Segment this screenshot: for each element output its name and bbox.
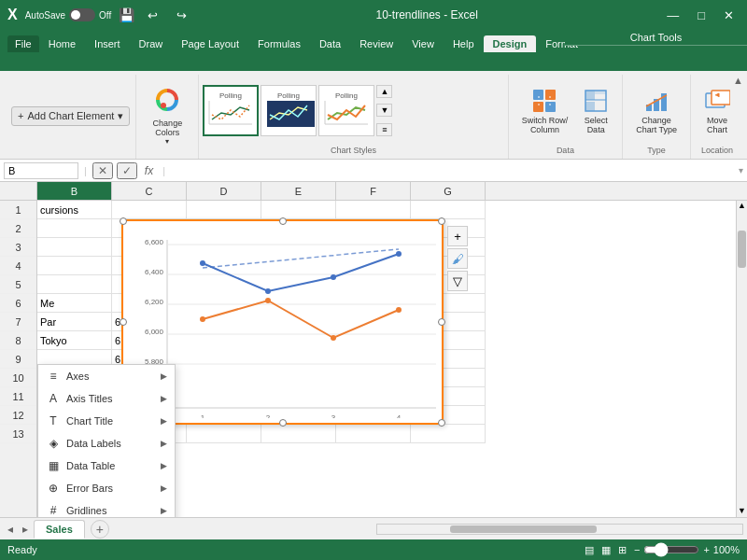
- undo-btn[interactable]: ↩: [142, 7, 163, 24]
- cell-f1[interactable]: [336, 201, 411, 219]
- change-colors-button[interactable]: Change Colors ▾: [144, 84, 190, 148]
- cell-e1[interactable]: [261, 201, 336, 219]
- menu-item-chart-title[interactable]: T Chart Title ▶: [38, 410, 175, 432]
- col-header-b[interactable]: B: [37, 182, 112, 200]
- row-header-11[interactable]: 11: [0, 387, 36, 406]
- redo-btn[interactable]: ↪: [171, 7, 192, 24]
- tab-draw[interactable]: Draw: [130, 35, 173, 52]
- row-header-3[interactable]: 3: [0, 238, 36, 257]
- tab-file[interactable]: File: [7, 35, 39, 52]
- cell-b2[interactable]: [37, 219, 112, 238]
- row-header-4[interactable]: 4: [0, 257, 36, 275]
- scroll-tabs-left-btn[interactable]: ◂: [4, 523, 17, 536]
- chart-handle-tm[interactable]: [279, 217, 287, 225]
- chart-elements-btn[interactable]: +: [447, 226, 468, 246]
- col-header-g[interactable]: G: [411, 182, 486, 200]
- row-header-5[interactable]: 5: [0, 275, 36, 294]
- col-header-c[interactable]: C: [112, 182, 187, 200]
- tab-insert[interactable]: Insert: [85, 35, 130, 52]
- styles-scroll-down[interactable]: ▼: [376, 104, 392, 117]
- row-header-8[interactable]: 8: [0, 331, 36, 350]
- tab-help[interactable]: Help: [444, 35, 484, 52]
- chart-style-2[interactable]: Polling: [261, 85, 317, 136]
- confirm-formula-btn[interactable]: ✓: [117, 162, 137, 179]
- horizontal-scrollbar[interactable]: [376, 524, 743, 535]
- tab-page-layout[interactable]: Page Layout: [172, 35, 248, 52]
- col-header-d[interactable]: D: [187, 182, 261, 200]
- row-header-13[interactable]: 13: [0, 425, 36, 443]
- cell-d13[interactable]: [187, 425, 261, 443]
- tab-formulas[interactable]: Formulas: [248, 35, 310, 52]
- row-header-7[interactable]: 7: [0, 313, 36, 331]
- tab-home[interactable]: Home: [39, 35, 85, 52]
- scroll-down-btn[interactable]: ▼: [737, 506, 747, 517]
- tab-review[interactable]: Review: [350, 35, 402, 52]
- row-header-9[interactable]: 9: [0, 350, 36, 369]
- chart-style-3[interactable]: Polling: [318, 85, 374, 136]
- minimize-btn[interactable]: —: [661, 7, 684, 24]
- cell-f13[interactable]: [336, 425, 411, 443]
- autosave-switch[interactable]: [69, 8, 95, 21]
- page-layout-btn[interactable]: ▦: [601, 544, 611, 556]
- styles-scroll-up[interactable]: ▲: [376, 85, 392, 98]
- formula-expand-btn[interactable]: ▾: [739, 165, 743, 175]
- row-header-12[interactable]: 12: [0, 406, 36, 425]
- save-icon[interactable]: 💾: [119, 7, 134, 22]
- col-header-e[interactable]: E: [261, 182, 336, 200]
- chart-handle-ml[interactable]: [120, 318, 127, 326]
- formula-input[interactable]: [171, 162, 735, 179]
- move-chart-button[interactable]: Move Chart: [698, 85, 736, 137]
- switch-row-col-button[interactable]: Switch Row/ Column: [516, 85, 574, 137]
- chart-handle-tl[interactable]: [120, 217, 127, 225]
- maximize-btn[interactable]: □: [692, 7, 711, 24]
- zoom-in-btn[interactable]: +: [703, 544, 709, 555]
- scroll-up-btn[interactable]: ▲: [737, 201, 747, 212]
- select-data-button[interactable]: Select Data: [577, 85, 614, 137]
- chart-styles-btn[interactable]: 🖌: [447, 248, 468, 269]
- close-btn[interactable]: ✕: [718, 7, 740, 24]
- cell-b4[interactable]: [37, 257, 112, 275]
- cell-g13[interactable]: [411, 425, 486, 443]
- cell-e13[interactable]: [261, 425, 336, 443]
- cell-b8[interactable]: Tokyo: [37, 331, 112, 350]
- sheet-tab-sales[interactable]: Sales: [34, 520, 85, 539]
- zoom-slider[interactable]: [643, 542, 699, 557]
- chart-style-1[interactable]: Polling: [203, 85, 259, 136]
- page-break-btn[interactable]: ⊞: [618, 544, 627, 556]
- formula-icon[interactable]: fx: [141, 164, 157, 177]
- chart-filter-btn[interactable]: ▽: [447, 271, 468, 291]
- menu-item-data-labels[interactable]: ◈ Data Labels ▶: [38, 432, 175, 455]
- zoom-out-btn[interactable]: −: [634, 544, 640, 555]
- cell-b1[interactable]: cursions: [37, 201, 112, 219]
- add-sheet-button[interactable]: +: [91, 520, 109, 539]
- cell-b7[interactable]: Par: [37, 313, 112, 331]
- row-header-6[interactable]: 6: [0, 294, 36, 313]
- cell-c1[interactable]: [112, 201, 187, 219]
- name-box[interactable]: [4, 162, 78, 179]
- scroll-thumb[interactable]: [738, 231, 746, 268]
- cell-b6[interactable]: Me: [37, 294, 112, 313]
- menu-item-axis-titles[interactable]: A Axis Titles ▶: [38, 387, 175, 410]
- chart-handle-br[interactable]: [438, 419, 445, 427]
- cell-b3[interactable]: [37, 238, 112, 257]
- add-chart-element-button[interactable]: + Add Chart Element ▾: [11, 106, 130, 126]
- cell-d1[interactable]: [187, 201, 261, 219]
- cell-b5[interactable]: [37, 275, 112, 294]
- menu-item-error-bars[interactable]: ⊕ Error Bars ▶: [38, 477, 175, 499]
- tab-design[interactable]: Design: [484, 35, 537, 52]
- styles-more[interactable]: ≡: [376, 123, 392, 136]
- row-header-10[interactable]: 10: [0, 369, 36, 387]
- change-chart-type-button[interactable]: Change Chart Type: [630, 85, 683, 137]
- menu-item-gridlines[interactable]: # Gridlines ▶: [38, 499, 175, 517]
- chart-handle-bm[interactable]: [279, 419, 287, 427]
- cell-g1[interactable]: [411, 201, 486, 219]
- menu-item-axes[interactable]: ≡ Axes ▶: [38, 365, 175, 387]
- normal-view-btn[interactable]: ▤: [585, 544, 594, 556]
- menu-item-data-table[interactable]: ▦ Data Table ▶: [38, 455, 175, 477]
- chart-handle-tr[interactable]: [438, 217, 445, 225]
- cancel-formula-btn[interactable]: ✕: [92, 162, 113, 179]
- tab-data[interactable]: Data: [310, 35, 350, 52]
- tab-view[interactable]: View: [402, 35, 444, 52]
- scroll-tabs-right-btn[interactable]: ▸: [19, 523, 32, 536]
- h-scroll-thumb[interactable]: [450, 525, 596, 533]
